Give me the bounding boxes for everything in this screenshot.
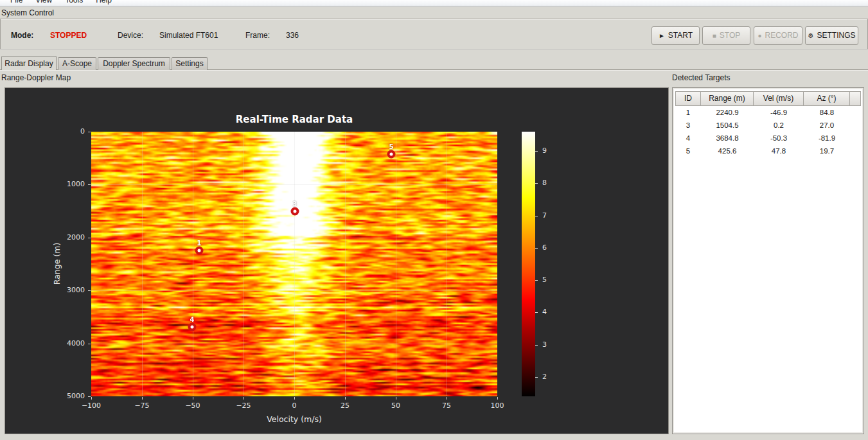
x-tick-mark	[497, 397, 498, 400]
y-tick-mark	[88, 290, 91, 291]
targets-table-cell: 3	[675, 119, 701, 132]
targets-table-cell: 425.6	[701, 145, 754, 157]
targets-table-cell: 1504.5	[701, 119, 754, 132]
y-tick-mark	[88, 344, 91, 344]
y-tick-label: 0	[44, 127, 85, 136]
system-control-label: System Control	[1, 8, 54, 17]
targets-table-cell: -81.9	[804, 132, 850, 145]
y-tick-mark	[88, 184, 91, 185]
targets-table-header-cell[interactable]: Range (m)	[701, 91, 754, 106]
x-tick-label: −75	[129, 401, 155, 410]
target-marker	[188, 322, 197, 331]
colorbar-tick-label: 4	[542, 308, 547, 316]
colorbar-tick-label: 8	[542, 179, 547, 187]
targets-table-header-cell[interactable]: Vel (m/s)	[754, 91, 804, 106]
x-tick-mark	[396, 397, 396, 400]
frame-value: 336	[286, 31, 299, 40]
gear-icon: ⚙	[808, 32, 814, 39]
x-tick-mark	[91, 397, 92, 400]
play-icon: ►	[659, 32, 665, 39]
record-button: ●RECORD	[754, 26, 802, 45]
y-tick-label: 3000	[44, 286, 85, 294]
tab-doppler-spectrum[interactable]: Doppler Spectrum	[98, 57, 170, 70]
targets-table-row[interactable]: 43684.8-50.3-81.9	[675, 132, 850, 145]
detected-targets-label: Detected Targets	[672, 73, 731, 82]
plot-title: Real-Time Radar Data	[91, 114, 497, 125]
range-doppler-map-label: Range-Doppler Map	[1, 73, 71, 82]
x-axis-label: Velocity (m/s)	[91, 414, 497, 424]
targets-table-cell: 5	[675, 145, 701, 157]
colorbar-tick-mark	[535, 216, 538, 216]
targets-table-cell: -50.3	[754, 132, 804, 145]
colorbar-tick-mark	[535, 377, 538, 378]
x-tick-label: −25	[231, 401, 256, 410]
targets-table-cell: 4	[675, 132, 701, 145]
settings-button[interactable]: ⚙SETTINGS	[805, 26, 858, 45]
colorbar-tick-label: 5	[542, 276, 547, 284]
record-icon: ●	[757, 32, 761, 39]
x-tick-mark	[193, 397, 193, 400]
tab-settings[interactable]: Settings	[172, 57, 208, 70]
colorbar-tick-mark	[535, 151, 538, 152]
y-tick-label: 4000	[44, 339, 85, 348]
mode-value-stopped: STOPPED	[50, 31, 87, 40]
colorbar-tick-mark	[535, 312, 538, 313]
stop-icon: ■	[713, 32, 716, 39]
y-tick-label: 5000	[44, 392, 85, 400]
targets-table-header-cell[interactable]: ID	[675, 91, 701, 106]
targets-table-header: IDRange (m)Vel (m/s)Az (°)	[675, 91, 861, 106]
mode-label: Mode:	[11, 31, 33, 40]
range-doppler-heatmap	[91, 132, 497, 396]
x-tick-mark	[142, 397, 143, 400]
colorbar	[522, 132, 535, 396]
targets-table-cell: 2240.9	[701, 106, 754, 119]
menu-help[interactable]: Help	[89, 0, 118, 4]
targets-table-cell: 3684.8	[701, 132, 754, 145]
targets-table-cell: 84.8	[804, 106, 850, 119]
menu-tools[interactable]: Tools	[58, 0, 89, 4]
x-tick-label: 100	[484, 401, 510, 410]
frame-label: Frame:	[245, 31, 270, 40]
targets-table-row[interactable]: 5425.647.819.7	[675, 145, 850, 157]
targets-table-header-cell[interactable]: Az (°)	[804, 91, 850, 106]
target-marker-label: 3	[292, 200, 297, 207]
radar-application-window: File View Tools Help System Control Mode…	[0, 0, 868, 440]
colorbar-tick-label: 7	[542, 211, 547, 220]
y-tick-label: 2000	[44, 233, 85, 242]
y-tick-label: 1000	[44, 180, 85, 188]
menu-view[interactable]: View	[29, 0, 58, 4]
detected-targets-panel: IDRange (m)Vel (m/s)Az (°) 12240.9-46.98…	[672, 87, 864, 434]
targets-table-cell: 47.8	[754, 145, 804, 157]
x-tick-label: −100	[78, 401, 104, 410]
target-marker	[387, 150, 396, 159]
stop-button: ■STOP	[702, 26, 750, 45]
colorbar-tick-label: 9	[542, 146, 547, 155]
device-value: Simulated FT601	[159, 31, 218, 40]
targets-table-cell: 19.7	[804, 145, 850, 157]
x-tick-label: 0	[281, 401, 307, 410]
targets-table-row[interactable]: 31504.50.227.0	[675, 119, 850, 132]
targets-table-row[interactable]: 12240.9-46.984.8	[675, 106, 850, 119]
target-marker-label: 1	[197, 240, 201, 247]
tab-a-scope[interactable]: A-Scope	[58, 57, 96, 70]
x-tick-mark	[447, 397, 447, 400]
x-tick-label: −50	[180, 401, 206, 410]
start-button[interactable]: ►START	[651, 26, 700, 45]
target-marker-label: 4	[190, 316, 195, 323]
target-marker-label: 5	[389, 143, 394, 150]
target-marker	[290, 207, 299, 215]
x-tick-mark	[244, 397, 244, 400]
colorbar-tick-label: 6	[542, 243, 547, 252]
x-tick-label: 75	[434, 401, 459, 410]
targets-table-cell: 27.0	[804, 119, 850, 132]
targets-table-cell: -46.9	[754, 106, 804, 119]
y-tick-mark	[88, 396, 91, 397]
x-tick-mark	[345, 397, 346, 400]
tab-radar-display[interactable]: Radar Display	[1, 56, 57, 70]
target-marker	[195, 246, 203, 254]
x-tick-label: 50	[383, 401, 409, 410]
menu-file[interactable]: File	[4, 0, 29, 4]
colorbar-tick-mark	[535, 183, 538, 184]
x-tick-label: 25	[332, 401, 358, 410]
colorbar-tick-label: 3	[542, 340, 547, 349]
